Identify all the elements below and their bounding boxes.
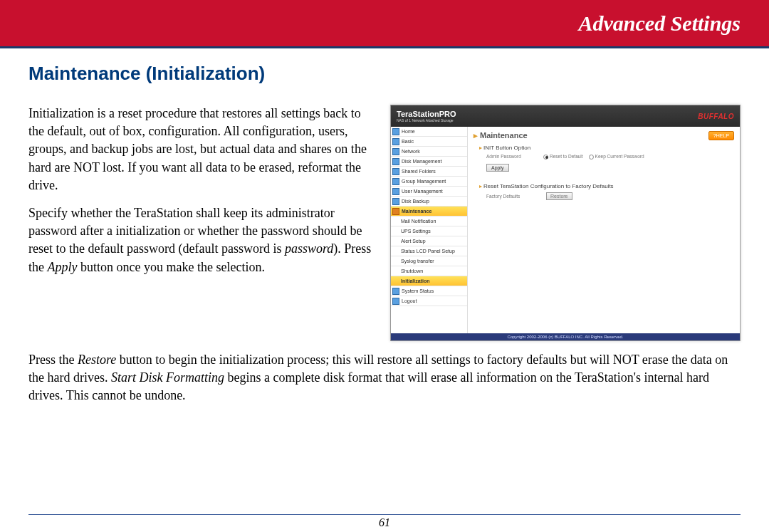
sidebar-item-disk-management[interactable]: Disk Management — [391, 157, 467, 167]
radio-icon — [543, 155, 548, 160]
sidebar-item-disk-backup[interactable]: Disk Backup — [391, 197, 467, 207]
sidebar-item-status-lcd-panel-setup[interactable]: Status LCD Panel Setup — [391, 246, 467, 256]
sidebar-item-label: Disk Backup — [402, 199, 429, 204]
sidebar-item-label: Shared Folders — [402, 169, 436, 174]
footer-divider — [28, 514, 741, 515]
sidebar-item-label: Alert Setup — [401, 239, 426, 244]
sidebar-item-label: Shutdown — [401, 268, 423, 273]
shot-main: ▸Maintenance ?HELP ▸INIT Button Option A… — [468, 127, 740, 333]
sidebar-item-label: Mail Notification — [401, 219, 436, 224]
section2-label: Reset TeraStation Configuration to Facto… — [483, 183, 614, 189]
nav-icon — [392, 188, 399, 195]
shot-header: TeraStationPRO NAS of 1 Network Attached… — [391, 105, 740, 127]
product-subtitle: NAS of 1 Network Attached Storage — [397, 118, 456, 122]
page-content: Maintenance (Initialization) Initializat… — [0, 48, 769, 405]
bullet-icon: ▸ — [479, 183, 482, 189]
sidebar-item-home[interactable]: Home — [391, 127, 467, 137]
nav-icon — [392, 158, 399, 165]
section-factory-reset: ▸Reset TeraStation Configuration to Fact… — [479, 183, 734, 189]
para2-part-c: button once you make the selection. — [78, 260, 265, 274]
sidebar-item-label: Status LCD Panel Setup — [401, 249, 455, 254]
sidebar-item-label: Disk Management — [402, 159, 441, 164]
admin-password-label: Admin Password — [486, 154, 543, 159]
radio-reset-default[interactable]: Reset to Default — [543, 154, 583, 160]
sidebar-item-label: Syslog transfer — [401, 259, 434, 264]
embedded-screenshot: TeraStationPRO NAS of 1 Network Attached… — [390, 105, 741, 341]
nav-icon — [392, 128, 399, 135]
apply-word: Apply — [48, 260, 78, 274]
body-row: Initialization is a reset procedure that… — [28, 105, 741, 341]
sidebar-item-alert-setup[interactable]: Alert Setup — [391, 236, 467, 246]
sidebar-item-label: System Status — [402, 288, 434, 293]
header-banner: Advanced Settings — [0, 0, 769, 48]
sidebar-item-label: Home — [402, 129, 415, 134]
sidebar-item-ups-settings[interactable]: UPS Settings — [391, 226, 467, 236]
radio-icon — [589, 155, 594, 160]
factory-defaults-label: Factory Defaults — [486, 194, 543, 199]
factory-defaults-row: Factory Defaults Restore — [486, 192, 734, 200]
page-number: 61 — [0, 516, 769, 529]
sidebar-item-logout[interactable]: Logout — [391, 296, 467, 306]
shot-footer: Copyright 2002-2006 (c) BUFFALO INC. All… — [391, 333, 740, 340]
default-password-word: password — [285, 241, 333, 256]
para3-part-a: Press the — [28, 353, 78, 367]
sidebar-item-group-management[interactable]: Group Management — [391, 177, 467, 187]
sidebar-item-basic[interactable]: Basic — [391, 137, 467, 147]
sidebar-item-network[interactable]: Network — [391, 147, 467, 157]
arrow-icon: ▸ — [474, 131, 478, 140]
nav-icon — [392, 168, 399, 175]
radio2-label: Keep Current Password — [595, 154, 644, 159]
banner-title: Advanced Settings — [578, 11, 741, 36]
sidebar-item-label: Network — [402, 149, 420, 154]
paragraph-1: Initialization is a reset procedure that… — [28, 105, 377, 194]
sidebar-item-label: Group Management — [402, 179, 446, 184]
main-title-text: Maintenance — [480, 131, 528, 140]
main-title-row: ▸Maintenance ?HELP — [474, 131, 734, 140]
nav-icon — [392, 148, 399, 155]
nav-icon — [392, 138, 399, 145]
nav-icon — [392, 288, 399, 295]
start-disk-formatting-word: Start Disk Formatting — [111, 370, 224, 385]
product-name: TeraStationPRO NAS of 1 Network Attached… — [397, 110, 456, 122]
sidebar-item-system-status[interactable]: System Status — [391, 286, 467, 296]
section-init-option: ▸INIT Button Option — [479, 145, 734, 151]
help-button[interactable]: ?HELP — [708, 131, 734, 140]
nav-icon — [392, 178, 399, 185]
restore-word: Restore — [78, 353, 116, 367]
sidebar-item-syslog-transfer[interactable]: Syslog transfer — [391, 256, 467, 266]
nav-icon — [392, 208, 399, 215]
sidebar-item-shutdown[interactable]: Shutdown — [391, 266, 467, 276]
sidebar-item-initialization[interactable]: Initialization — [391, 276, 467, 286]
sidebar-item-shared-folders[interactable]: Shared Folders — [391, 167, 467, 177]
section-heading: Maintenance (Initialization) — [28, 63, 741, 85]
radio1-label: Reset to Default — [550, 154, 583, 159]
paragraph-3: Press the Restore button to begin the in… — [28, 351, 741, 405]
text-column: Initialization is a reset procedure that… — [28, 105, 377, 341]
sidebar-item-label: Maintenance — [402, 209, 431, 214]
bullet-icon: ▸ — [479, 145, 482, 151]
shot-body: HomeBasicNetworkDisk ManagementShared Fo… — [391, 127, 740, 333]
nav-icon — [392, 198, 399, 205]
sidebar-item-label: Logout — [402, 298, 417, 303]
sidebar-item-user-management[interactable]: User Management — [391, 187, 467, 197]
admin-password-row: Admin Password Reset to Default Keep Cur… — [486, 154, 734, 160]
shot-sidebar: HomeBasicNetworkDisk ManagementShared Fo… — [391, 127, 468, 333]
sidebar-item-label: User Management — [402, 189, 443, 194]
brand-logo: BUFFALO — [698, 113, 734, 120]
sidebar-item-label: Basic — [402, 139, 414, 144]
radio-keep-password[interactable]: Keep Current Password — [589, 154, 644, 160]
product-title: TeraStationPRO — [397, 110, 456, 118]
section1-label: INIT Button Option — [483, 145, 530, 151]
nav-icon — [392, 298, 399, 305]
sidebar-item-mail-notification[interactable]: Mail Notification — [391, 217, 467, 226]
restore-button[interactable]: Restore — [546, 192, 572, 200]
sidebar-item-label: Initialization — [401, 278, 429, 283]
main-section-title: ▸Maintenance — [474, 131, 528, 140]
sidebar-item-maintenance[interactable]: Maintenance — [391, 207, 467, 217]
paragraph-2: Specify whether the TeraStation shall ke… — [28, 204, 377, 276]
apply-button[interactable]: Apply — [486, 164, 509, 172]
sidebar-item-label: UPS Settings — [401, 229, 431, 234]
